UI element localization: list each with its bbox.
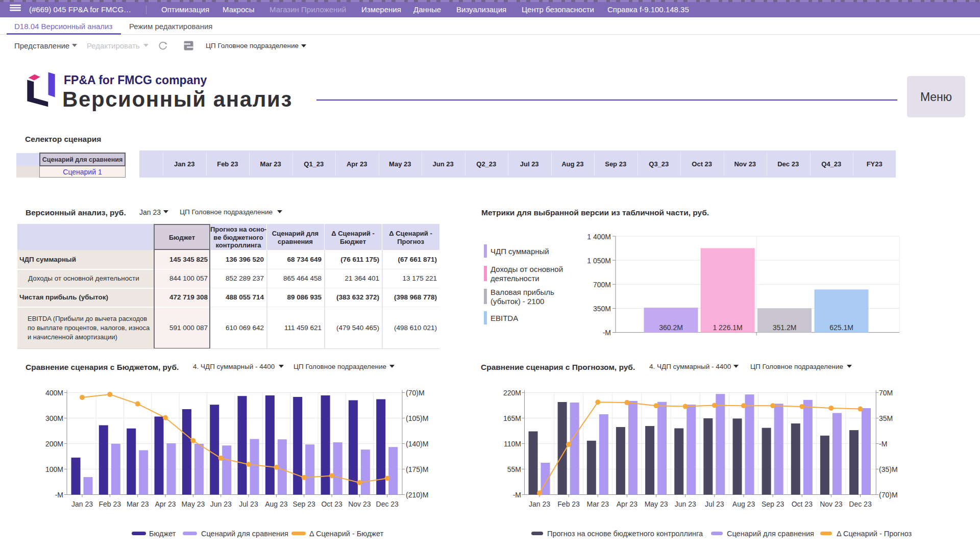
svg-text:350M: 350M <box>593 305 611 313</box>
svg-text:351.2M: 351.2M <box>773 323 797 332</box>
svg-text:Jul 23: Jul 23 <box>705 500 724 508</box>
svg-text:100M: 100M <box>45 465 63 473</box>
svg-text:1 400M: 1 400M <box>587 233 611 241</box>
svg-text:200M: 200M <box>45 440 63 448</box>
svg-text:(175)M: (175)M <box>406 465 428 473</box>
svg-text:700M: 700M <box>593 281 611 289</box>
svg-text:Nov 23: Nov 23 <box>348 500 371 508</box>
svg-text:(35)M: (35)M <box>879 465 898 473</box>
svg-text:1 050M: 1 050M <box>587 257 611 265</box>
svg-text:35M: 35M <box>879 414 893 422</box>
svg-text:Mar 23: Mar 23 <box>587 500 609 508</box>
svg-text:Feb 23: Feb 23 <box>557 500 580 508</box>
svg-text:Apr 23: Apr 23 <box>155 500 176 508</box>
svg-text:Jun 23: Jun 23 <box>210 500 232 508</box>
svg-text:Jul 23: Jul 23 <box>239 500 258 508</box>
svg-text:-M: -M <box>603 329 611 337</box>
svg-text:Aug 23: Aug 23 <box>732 500 755 508</box>
svg-text:300M: 300M <box>45 414 63 422</box>
svg-text:Aug 23: Aug 23 <box>265 500 288 508</box>
svg-text:Jan 23: Jan 23 <box>529 500 550 508</box>
svg-text:(210)M: (210)M <box>406 491 428 499</box>
svg-text:625.1M: 625.1M <box>829 323 853 332</box>
svg-text:Jan 23: Jan 23 <box>71 500 93 508</box>
svg-text:220M: 220M <box>503 389 521 397</box>
svg-text:Oct 23: Oct 23 <box>321 500 342 508</box>
svg-text:55M: 55M <box>507 465 521 473</box>
svg-text:Oct 23: Oct 23 <box>792 500 813 508</box>
svg-text:Mar 23: Mar 23 <box>127 500 149 508</box>
svg-text:165M: 165M <box>503 414 521 422</box>
svg-text:(70)M: (70)M <box>406 389 425 397</box>
svg-text:Jun 23: Jun 23 <box>675 500 696 508</box>
svg-text:110M: 110M <box>504 440 521 448</box>
svg-text:-M: -M <box>879 440 887 448</box>
svg-text:360.2M: 360.2M <box>659 323 683 332</box>
svg-text:May 23: May 23 <box>645 500 668 508</box>
svg-text:Apr 23: Apr 23 <box>617 500 638 508</box>
svg-text:Dec 23: Dec 23 <box>849 500 872 508</box>
svg-text:Sep 23: Sep 23 <box>293 500 316 508</box>
svg-text:Sep 23: Sep 23 <box>762 500 785 508</box>
svg-text:70M: 70M <box>879 389 893 397</box>
svg-text:Nov 23: Nov 23 <box>820 500 843 508</box>
svg-text:(70)M: (70)M <box>879 491 898 499</box>
svg-text:-M: -M <box>55 491 63 499</box>
svg-text:(140)M: (140)M <box>406 440 428 448</box>
svg-text:May 23: May 23 <box>181 500 205 508</box>
svg-text:(105)M: (105)M <box>406 414 428 422</box>
svg-text:1 226.1M: 1 226.1M <box>713 323 742 332</box>
svg-text:Feb 23: Feb 23 <box>99 500 121 508</box>
svg-text:-M: -M <box>513 491 521 499</box>
svg-text:400M: 400M <box>45 389 63 397</box>
svg-text:Dec 23: Dec 23 <box>376 500 399 508</box>
